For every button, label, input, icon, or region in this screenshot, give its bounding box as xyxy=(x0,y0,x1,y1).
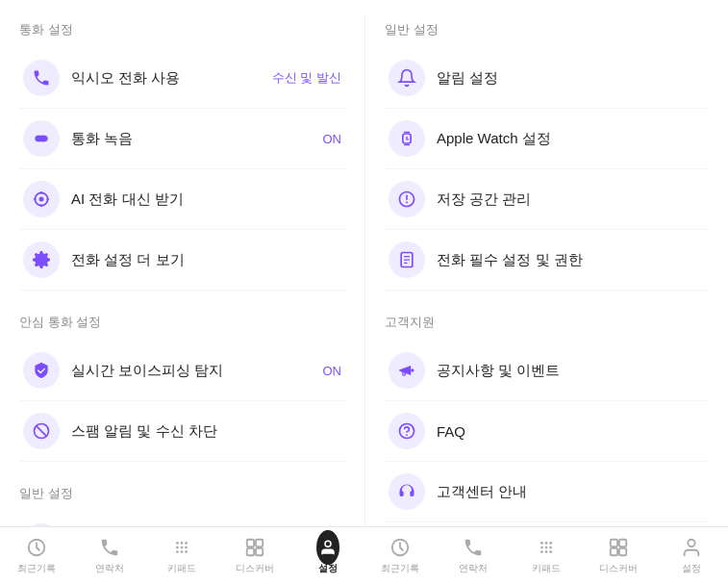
faq-label: FAQ xyxy=(437,423,705,440)
section-safe-call-title: 안심 통화 설정 xyxy=(19,314,345,331)
clock-icon xyxy=(25,536,48,559)
emergency-call-badge: 수신 및 발신 xyxy=(272,69,341,87)
faq-icon xyxy=(389,413,425,449)
permissions-icon xyxy=(389,241,425,278)
support-label: 고객센터 안내 xyxy=(437,483,705,501)
svg-point-53 xyxy=(689,540,695,546)
section-call-settings-title: 통화 설정 xyxy=(19,21,345,38)
voicephishing-label: 실시간 보이스피싱 탐지 xyxy=(71,362,323,380)
menu-item-permissions[interactable]: 전화 필수 설정 및 권한 xyxy=(385,230,709,291)
menu-item-spam[interactable]: 스팸 알림 및 수신 차단 xyxy=(19,401,345,462)
ai-icon xyxy=(23,181,60,217)
nav-item-contacts2[interactable]: 연락처 xyxy=(437,532,510,579)
shield-icon xyxy=(23,352,60,389)
call-record-badge: ON xyxy=(323,132,342,146)
svg-point-38 xyxy=(325,541,331,546)
section-support-title: 고객지원 xyxy=(385,314,709,331)
menu-item-call-more[interactable]: 전화 설정 더 보기 xyxy=(19,230,345,291)
nav-contacts-label: 연락처 xyxy=(95,562,124,575)
menu-item-faq[interactable]: FAQ xyxy=(385,401,709,462)
gear-icon xyxy=(23,241,60,278)
svg-rect-37 xyxy=(256,548,263,555)
ai-call-label: AI 전화 대신 받기 xyxy=(71,190,341,209)
nav-discover2-label: 디스커버 xyxy=(599,562,638,575)
watch-icon xyxy=(389,120,425,157)
svg-point-7 xyxy=(34,198,37,201)
bell-right-icon xyxy=(389,60,425,96)
svg-point-31 xyxy=(176,550,179,553)
main-content: 통화 설정 익시오 전화 사용 수신 및 발신 통화 녹음 ON AI 전화 대… xyxy=(0,0,728,572)
svg-point-45 xyxy=(549,546,552,549)
alarm-right-label: 알림 설정 xyxy=(437,69,705,88)
svg-rect-2 xyxy=(38,136,45,142)
phone-nav-icon xyxy=(98,536,121,559)
svg-point-30 xyxy=(185,546,188,549)
nav-settings2-label: 설정 xyxy=(682,562,701,575)
svg-line-10 xyxy=(37,426,47,437)
svg-point-46 xyxy=(540,550,543,553)
right-panel: 일반 설정 알림 설정 Apple Watch 설정 저장 공간 관리 xyxy=(365,15,728,572)
nav-item-discover[interactable]: 디스커버 xyxy=(218,532,291,579)
svg-point-44 xyxy=(544,546,547,549)
person2-icon xyxy=(680,536,703,559)
svg-point-40 xyxy=(540,542,543,545)
svg-rect-36 xyxy=(247,548,254,555)
nav-keypad2-label: 키패드 xyxy=(532,562,561,575)
call-more-label: 전화 설정 더 보기 xyxy=(71,251,341,269)
nav-item-discover2[interactable]: 디스커버 xyxy=(583,532,656,579)
menu-item-storage[interactable]: 저장 공간 관리 xyxy=(385,169,709,230)
svg-point-8 xyxy=(46,198,48,201)
svg-rect-51 xyxy=(611,548,617,555)
menu-item-ai-call[interactable]: AI 전화 대신 받기 xyxy=(19,169,345,230)
headset-icon xyxy=(389,473,425,510)
svg-point-25 xyxy=(176,542,179,545)
menu-item-notice[interactable]: 공지사항 및 이벤트 xyxy=(385,341,709,401)
nav-keypad-label: 키패드 xyxy=(167,562,196,575)
nav-discover-label: 디스커버 xyxy=(236,562,274,575)
nav-item-recent[interactable]: 최근기록 xyxy=(0,532,73,579)
svg-rect-52 xyxy=(619,548,626,555)
nav-item-keypad2[interactable]: 키패드 xyxy=(510,532,583,579)
left-panel: 통화 설정 익시오 전화 사용 수신 및 발신 통화 녹음 ON AI 전화 대… xyxy=(0,15,365,572)
svg-point-47 xyxy=(544,550,547,553)
nav-item-settings2[interactable]: 설정 xyxy=(655,532,728,579)
keypad2-icon xyxy=(535,536,558,559)
menu-item-apple-watch[interactable]: Apple Watch 설정 xyxy=(385,109,709,169)
nav-item-keypad[interactable]: 키패드 xyxy=(145,532,218,579)
spam-label: 스팸 알림 및 수신 차단 xyxy=(71,422,341,441)
section-general-right-title: 일반 설정 xyxy=(385,21,709,38)
svg-point-41 xyxy=(544,542,547,545)
menu-item-call-record[interactable]: 통화 녹음 ON xyxy=(19,109,345,169)
svg-point-32 xyxy=(181,550,184,553)
svg-rect-49 xyxy=(611,540,617,546)
record-icon xyxy=(23,120,60,157)
bottom-navigation: 최근기록 연락처 키패드 디스커버 xyxy=(0,526,728,584)
menu-item-emergency-call[interactable]: 익시오 전화 사용 수신 및 발신 xyxy=(19,48,345,109)
svg-point-28 xyxy=(176,546,179,549)
nav-contacts2-label: 연락처 xyxy=(459,562,488,575)
menu-item-voicephishing[interactable]: 실시간 보이스피싱 탐지 ON xyxy=(19,341,345,401)
nav-item-recent2[interactable]: 최근기록 xyxy=(364,532,438,579)
svg-point-21 xyxy=(411,368,414,371)
block-icon xyxy=(23,413,60,449)
svg-point-27 xyxy=(185,542,188,545)
menu-item-alarm-right[interactable]: 알림 설정 xyxy=(385,48,709,109)
menu-item-support[interactable]: 고객센터 안내 xyxy=(385,462,709,522)
call-record-label: 통화 녹음 xyxy=(71,130,323,148)
nav-recent2-label: 최근기록 xyxy=(381,562,419,575)
storage-label: 저장 공간 관리 xyxy=(437,190,705,209)
nav-item-settings[interactable]: 설정 xyxy=(291,532,364,579)
storage-icon xyxy=(389,181,425,217)
keypad-icon xyxy=(170,536,193,559)
notice-label: 공지사항 및 이벤트 xyxy=(437,362,705,380)
svg-point-42 xyxy=(549,542,552,545)
nav-item-contacts[interactable]: 연락처 xyxy=(73,532,146,579)
nav-recent-label: 최근기록 xyxy=(17,562,56,575)
person-settings-icon xyxy=(316,536,339,559)
svg-point-6 xyxy=(40,204,43,207)
svg-point-33 xyxy=(185,550,188,553)
permissions-label: 전화 필수 설정 및 권한 xyxy=(437,251,705,269)
emergency-call-label: 익시오 전화 사용 xyxy=(71,69,272,88)
svg-point-4 xyxy=(39,197,44,202)
svg-point-26 xyxy=(181,542,184,545)
